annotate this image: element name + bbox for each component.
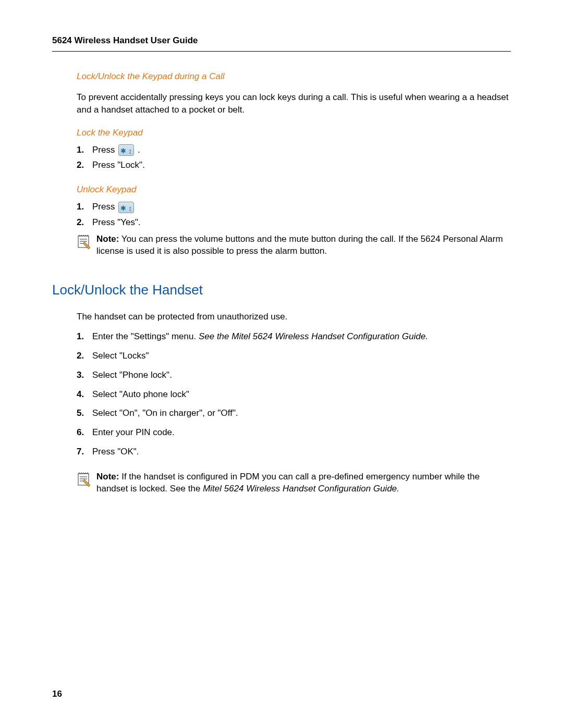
body-paragraph: To prevent accidentally pressing keys yo… [77,91,511,116]
step-text: Press "Lock". [92,160,145,170]
note-icon [77,235,91,249]
step-text: Select "Locks" [92,351,149,361]
step-text: Press [92,202,117,212]
step-text: Select "On", "On in charger", or "Off". [92,408,238,418]
list-item: 1. Enter the "Settings" menu. See the Mi… [77,330,511,350]
note-text: Note: You can press the volume buttons a… [96,233,511,257]
note-body: You can press the volume buttons and the… [96,234,503,256]
reference-title: Mitel 5624 Wireless Handset Configuratio… [203,484,399,493]
step-text: Select "Auto phone lock" [92,389,189,399]
subsection-heading-lock-keypad: Lock the Keypad [77,128,511,138]
reference-title: See the Mitel 5624 Wireless Handset Conf… [199,331,428,341]
note-text: Note: If the handset is configured in PD… [96,471,511,495]
list-item: 1. Press [77,199,511,215]
note-label: Note: [96,472,119,482]
step-text: Press "Yes". [92,217,141,227]
list-item: 4. Select "Auto phone lock" [77,388,511,408]
list-item: 2. Press "Lock". [77,157,511,173]
page-number: 16 [52,689,62,699]
list-item: 1. Press . [77,142,511,158]
list-item: 6. Enter your PIN code. [77,426,511,446]
document-header: 5624 Wireless Handset User Guide [52,35,511,52]
step-text: Enter the "Settings" menu. [92,331,199,341]
step-text: Enter your PIN code. [92,427,175,437]
list-item: 5. Select "On", "On in charger", or "Off… [77,407,511,426]
note-label: Note: [96,234,119,244]
list-item: 2. Press "Yes". [77,215,511,230]
list-item: 2. Select "Locks" [77,350,511,369]
body-paragraph: The handset can be protected from unauth… [77,311,511,323]
note-block: Note: You can press the volume buttons a… [77,233,511,257]
section-heading-lock-unlock-handset: Lock/Unlock the Handset [52,282,511,298]
step-text: Press "OK". [92,447,139,456]
step-text-suffix: . [138,145,140,155]
subsection-heading-lock-unlock-call: Lock/Unlock the Keypad during a Call [77,71,511,82]
ordered-list-unlock: 1. Press 2. Press "Yes". [77,199,511,230]
ordered-list-lock: 1. Press . 2. Press "Lock". [77,142,511,174]
note-block: Note: If the handset is configured in PD… [77,471,511,495]
list-item: 7. Press "OK". [77,446,511,465]
step-text: Select "Phone lock". [92,370,172,380]
ordered-list-handset: 1. Enter the "Settings" menu. See the Mi… [77,330,511,465]
step-text: Press [92,145,117,155]
star-key-icon [118,202,134,213]
star-key-icon [118,144,134,156]
list-item: 3. Select "Phone lock". [77,369,511,388]
subsection-heading-unlock-keypad: Unlock Keypad [77,184,511,195]
note-icon [77,472,91,487]
